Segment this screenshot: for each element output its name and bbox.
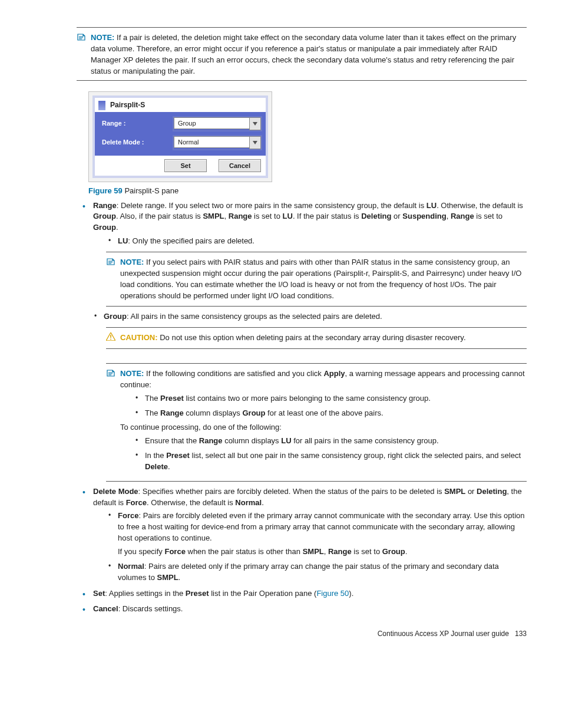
note-label: NOTE: — [91, 33, 114, 42]
set-item: Set: Applies settings in the Preset list… — [77, 588, 527, 599]
note-block: NOTE: If the following conditions are sa… — [106, 368, 527, 476]
range-dropdown[interactable]: Group — [173, 116, 262, 131]
chevron-down-icon[interactable] — [249, 136, 261, 149]
caution-block: CAUTION: Do not use this option when del… — [106, 332, 527, 344]
delete-mode-label: Delete Mode : — [98, 138, 173, 147]
pairsplit-pane: Pairsplit-S Range : Group Delete Mode : … — [88, 91, 272, 182]
lu-subitem: LU: Only the specified pairs are deleted… — [105, 236, 527, 247]
delete-mode-dropdown[interactable]: Normal — [173, 135, 262, 150]
pane-title: Pairsplit-S — [110, 100, 145, 110]
range-item: Range: Delete range. If you select two o… — [77, 200, 527, 247]
note-icon — [77, 32, 86, 42]
note-label: NOTE: — [120, 369, 144, 378]
figure-link[interactable]: Figure 50 — [316, 589, 349, 598]
svg-rect-1 — [110, 339, 111, 340]
note-block: NOTE: If a pair is deleted, the deletion… — [77, 32, 527, 77]
set-button[interactable]: Set — [164, 159, 207, 172]
delete-mode-item: Delete Mode: Specifies whether pairs are… — [77, 486, 527, 584]
range-label: Range : — [98, 119, 173, 129]
force-subitem: Force: Pairs are forcibly deleted even i… — [105, 510, 527, 557]
page-footer: Continuous Access XP Journal user guide … — [35, 629, 527, 639]
note-icon — [106, 368, 115, 378]
normal-subitem: Normal: Pairs are deleted only if the pr… — [105, 561, 527, 584]
group-subitem: Group: All pairs in the same consistency… — [91, 311, 527, 322]
caution-text: Do not use this option when deleting pai… — [160, 333, 465, 342]
continue-text: To continue processing, do one of the fo… — [120, 422, 527, 433]
list-item: The Range column displays Group for at l… — [132, 408, 527, 419]
chevron-down-icon[interactable] — [249, 117, 261, 130]
list-item: Ensure that the Range column displays LU… — [132, 436, 527, 447]
svg-rect-0 — [110, 335, 111, 338]
figure-caption: Figure 59 Pairsplit-S pane — [88, 186, 527, 197]
note-block: NOTE: If you select pairs with PAIR stat… — [106, 257, 527, 301]
caution-label: CAUTION: — [120, 333, 158, 342]
note-icon — [106, 257, 115, 266]
note-text: If a pair is deleted, the deletion might… — [91, 33, 516, 75]
range-value: Group — [174, 117, 249, 129]
caution-icon — [106, 332, 115, 341]
list-item: In the Preset list, select all but one p… — [132, 450, 527, 473]
cancel-item: Cancel: Discards settings. — [77, 604, 527, 615]
note-label: NOTE: — [120, 258, 144, 266]
note-text: If you select pairs with PAIR status and… — [120, 258, 521, 300]
cancel-button[interactable]: Cancel — [219, 159, 261, 172]
list-item: The Preset list contains two or more pai… — [132, 393, 527, 404]
delete-mode-value: Normal — [174, 136, 249, 148]
pane-accent-icon — [98, 101, 105, 110]
